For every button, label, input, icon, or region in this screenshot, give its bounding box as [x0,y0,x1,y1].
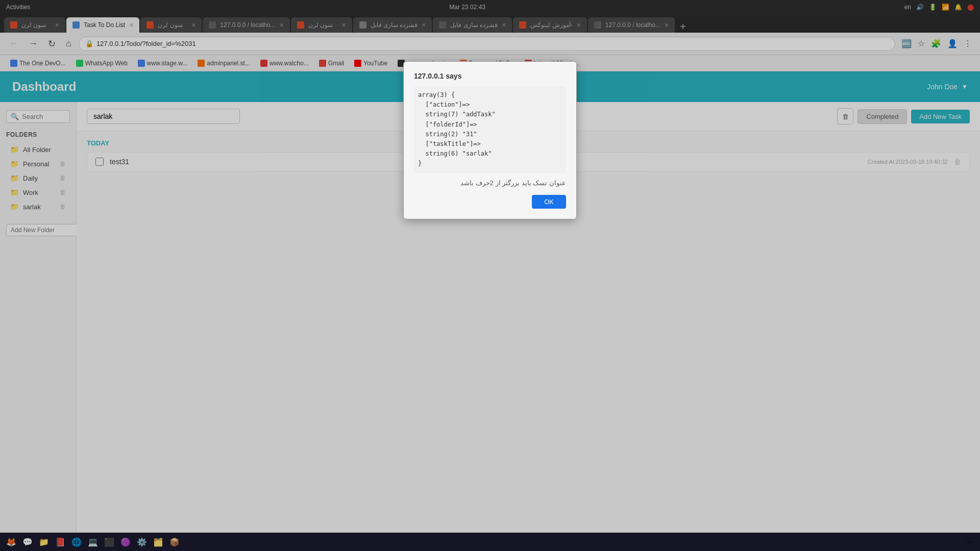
dialog-message: عنوان تسک باید بزرگتر از 2حرف باشد [414,179,566,187]
full-layout: Activities Mar 23 02:43 en 🔊 🔋 📶 🔔 ⬤ سون… [0,0,980,551]
dialog-title: 127.0.0.1 says [414,72,566,80]
dialog-ok-button[interactable]: OK [532,195,566,209]
dialog-content: array(3) { ["action"]=> string(7) "addTa… [414,86,566,173]
dialog-overlay: 127.0.0.1 says array(3) { ["action"]=> s… [0,0,980,551]
dialog-box: 127.0.0.1 says array(3) { ["action"]=> s… [403,61,577,219]
dialog-footer: OK [414,195,566,209]
